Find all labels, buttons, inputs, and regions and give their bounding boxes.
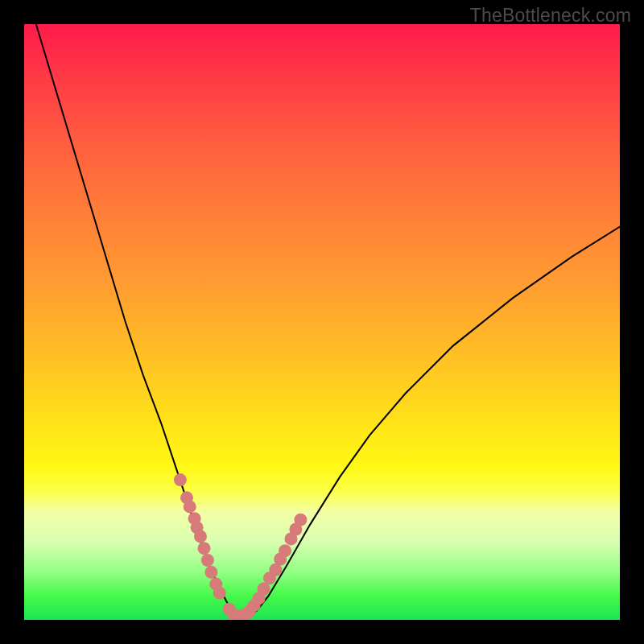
bottleneck-curve-path — [36, 24, 620, 617]
curve-svg — [24, 24, 620, 620]
marker-point — [279, 544, 291, 557]
watermark-text: TheBottleneck.com — [470, 5, 631, 27]
plot-area — [24, 24, 620, 620]
marker-point — [294, 514, 307, 526]
chart-frame: TheBottleneck.com — [0, 0, 644, 644]
marker-point — [201, 554, 214, 567]
marker-point — [174, 473, 187, 486]
marker-group — [174, 473, 308, 620]
marker-point — [204, 566, 217, 579]
marker-point — [198, 542, 211, 555]
marker-point — [213, 587, 226, 600]
marker-point — [194, 530, 207, 543]
marker-point — [184, 500, 196, 513]
